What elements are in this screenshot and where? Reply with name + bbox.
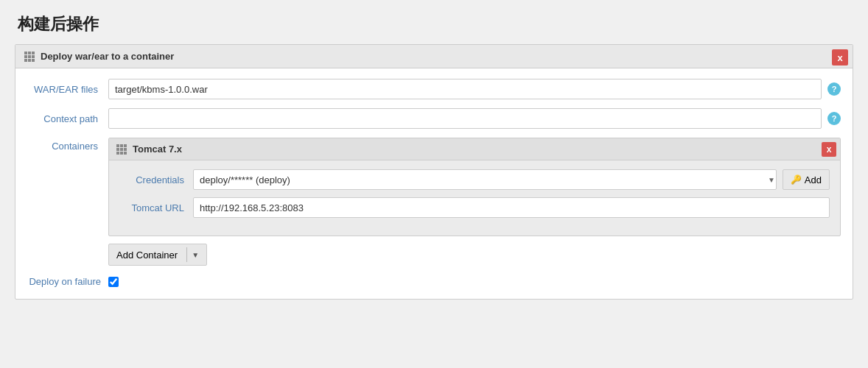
war-ear-label: WAR/EAR files — [27, 84, 108, 95]
add-container-arrow-icon: ▼ — [190, 251, 199, 259]
section-body: WAR/EAR files ? Context path ? — [15, 68, 853, 299]
war-ear-row: WAR/EAR files ? — [27, 79, 841, 99]
containers-label: Containers — [27, 138, 108, 152]
context-path-input[interactable] — [108, 108, 822, 129]
credentials-add-button[interactable]: 🔑 Add — [783, 169, 830, 190]
context-path-field: ? — [108, 108, 841, 129]
add-container-button[interactable]: Add Container ▼ — [108, 244, 207, 266]
war-ear-help-icon[interactable]: ? — [827, 82, 841, 96]
grid-icon — [24, 52, 35, 62]
container-header: Tomcat 7.x — [109, 138, 840, 160]
section-panel: Deploy war/ear to a container x WAR/EAR … — [15, 44, 853, 300]
context-path-help-icon[interactable]: ? — [827, 112, 841, 125]
tomcat-url-label: Tomcat URL — [119, 202, 193, 213]
tomcat-url-input[interactable] — [193, 197, 830, 218]
war-ear-input[interactable] — [108, 79, 822, 99]
war-ear-field: ? — [108, 79, 841, 99]
page-wrapper: 构建后操作 Deploy war/ear to a container x WA… — [0, 0, 868, 314]
credentials-select-wrapper: deploy/****** (deploy) ▼ 🔑 Add — [193, 169, 830, 190]
container-title: Tomcat 7.x — [133, 144, 182, 155]
credentials-add-label: Add — [805, 174, 822, 185]
container-body: Credentials deploy/****** (deploy) ▼ 🔑 — [109, 160, 840, 236]
container-grid-icon — [116, 144, 127, 155]
section-header-title: Deploy war/ear to a container — [41, 51, 174, 62]
containers-row: Containers Tomcat 7.x — [27, 138, 841, 266]
add-container-label: Add Container — [116, 250, 183, 261]
section-close-button[interactable]: x — [832, 49, 848, 66]
container-panel: Tomcat 7.x x Credentials deploy/****** (… — [108, 138, 841, 236]
credentials-select[interactable]: deploy/****** (deploy) — [193, 169, 777, 190]
container-close-button[interactable]: x — [822, 142, 836, 157]
deploy-on-failure-checkbox[interactable] — [108, 277, 119, 287]
key-icon: 🔑 — [791, 174, 802, 185]
tomcat-url-field — [193, 197, 830, 218]
page-title: 构建后操作 — [18, 15, 99, 33]
main-content: Deploy war/ear to a container x WAR/EAR … — [0, 44, 868, 314]
page-header: 构建后操作 — [0, 0, 868, 44]
tomcat-url-row: Tomcat URL — [119, 197, 830, 218]
deploy-on-failure-label: Deploy on failure — [27, 276, 108, 287]
section-header: Deploy war/ear to a container — [15, 45, 853, 68]
add-container-divider — [186, 247, 187, 262]
credentials-label: Credentials — [119, 174, 193, 185]
credentials-row: Credentials deploy/****** (deploy) ▼ 🔑 — [119, 169, 830, 190]
context-path-label: Context path — [27, 113, 108, 124]
deploy-on-failure-row: Deploy on failure — [27, 276, 841, 287]
containers-area: Tomcat 7.x x Credentials deploy/****** (… — [108, 138, 841, 266]
context-path-row: Context path ? — [27, 108, 841, 129]
